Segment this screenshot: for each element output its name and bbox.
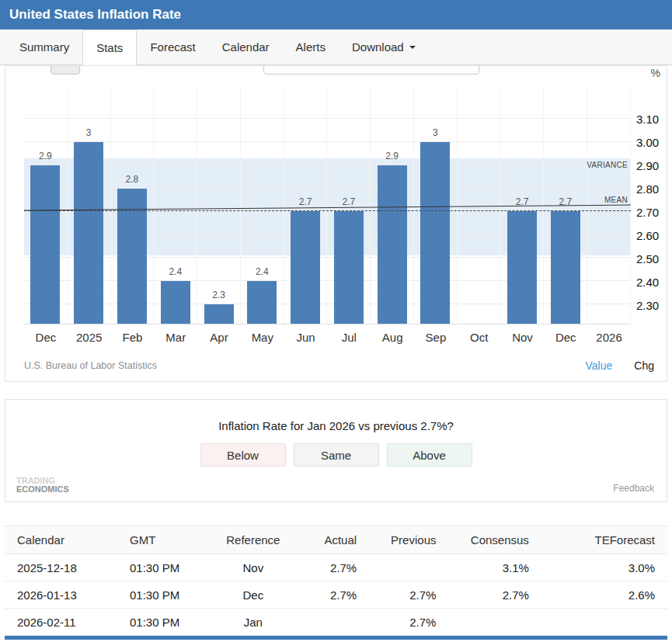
table-cell-previous: [369, 554, 448, 581]
tab-label: Alerts: [296, 40, 326, 54]
table-header-row: CalendarGMTReferenceActualPreviousConsen…: [5, 526, 667, 554]
table-row[interactable]: 2026-02-1101:30 PMJan2.7%: [5, 609, 667, 636]
bar-value-label: 2.7: [299, 196, 312, 207]
x-axis-label: Apr: [197, 331, 241, 344]
page-title: United States Inflation Rate: [9, 7, 181, 23]
tab-summary[interactable]: Summary: [6, 29, 82, 64]
bar-2025[interactable]: [74, 142, 103, 324]
cropped-date-range-control[interactable]: [263, 65, 479, 75]
y-axis-spacer: [631, 324, 667, 344]
bar-jun[interactable]: [291, 211, 320, 324]
table-cell-actual: 2.7%: [296, 554, 369, 581]
x-axis-label: Dec: [544, 331, 587, 344]
tab-calendar[interactable]: Calendar: [209, 29, 283, 64]
table-cell-previous: 2.7%: [369, 609, 448, 636]
x-axis-label: Jul: [327, 331, 371, 344]
table-cell-consensus: 2.7%: [448, 581, 541, 609]
table-cell-teforecast: 2.6%: [541, 581, 667, 609]
chart-slot: 3: [414, 85, 458, 324]
table-row[interactable]: 2025-12-1801:30 PMNov2.7%3.1%3.0%: [5, 554, 667, 581]
chart-source: U.S. Bureau of Labor Statistics: [24, 360, 157, 371]
table-cell-gmt: 01:30 PM: [117, 554, 210, 581]
x-axis-label: Feb: [111, 331, 155, 344]
chart-panel: VARIANCE MEAN 2.932.82.42.32.42.72.72.93…: [5, 65, 667, 382]
bar-value-label: 3: [86, 127, 92, 138]
poll-option-above[interactable]: Above: [387, 443, 472, 467]
column-header-previous: Previous: [369, 526, 448, 554]
y-axis-tick: 2.30: [636, 299, 659, 312]
feedback-link[interactable]: Feedback: [613, 483, 654, 494]
poll-question: Inflation Rate for Jan 2026 vs previous …: [5, 419, 667, 432]
bar-apr[interactable]: [204, 304, 234, 324]
caret-down-icon: [409, 46, 416, 49]
chart-slot: 2.7: [284, 85, 328, 324]
x-axis-label: 2025: [68, 331, 111, 344]
x-axis-label: Oct: [458, 331, 501, 344]
tab-download[interactable]: Download: [339, 29, 429, 64]
bar-mar[interactable]: [161, 281, 190, 324]
table-cell-teforecast: [541, 609, 667, 636]
x-axis-label: Aug: [371, 331, 414, 344]
poll-option-below[interactable]: Below: [200, 443, 286, 467]
column-header-gmt: GMT: [117, 526, 210, 554]
tab-alerts[interactable]: Alerts: [283, 29, 339, 64]
cropped-zoom-control[interactable]: [50, 65, 80, 75]
bar-nov[interactable]: [507, 211, 537, 324]
table-cell-calendar: 2026-02-11: [5, 609, 117, 636]
table-cell-reference: Dec: [210, 581, 296, 609]
chart-slot: 2.7: [327, 85, 371, 324]
y-axis: % 2.302.402.502.602.702.802.903.003.10: [631, 85, 667, 324]
watermark-line-2: ECONOMICS: [16, 485, 69, 494]
value-toggle[interactable]: Value: [586, 359, 613, 372]
y-axis-tick: 2.50: [636, 252, 659, 265]
page-title-bar: United States Inflation Rate: [0, 0, 672, 29]
y-axis-tick: 2.80: [636, 182, 659, 196]
y-axis-tick: 2.90: [636, 158, 659, 172]
bar-jul[interactable]: [334, 211, 364, 324]
x-axis-label: 2026: [587, 331, 631, 344]
chart-slot: 3: [68, 85, 111, 324]
bar-series: 2.932.82.42.32.42.72.72.932.72.7: [24, 85, 631, 324]
chart-plot: VARIANCE MEAN 2.932.82.42.32.42.72.72.93…: [24, 85, 631, 324]
x-axis-label: Dec: [24, 331, 68, 344]
bar-aug[interactable]: [378, 165, 407, 324]
table-cell-actual: [296, 609, 369, 636]
calendar-table: CalendarGMTReferenceActualPreviousConsen…: [5, 526, 667, 636]
bar-value-label: 2.9: [39, 151, 52, 161]
x-axis-label: Jun: [284, 331, 328, 344]
chart-toolbar-cropped: [5, 66, 667, 76]
bar-value-label: 2.4: [169, 266, 182, 277]
bar-dec[interactable]: [30, 165, 60, 324]
y-axis-tick: 3.00: [636, 135, 659, 148]
x-axis: Dec2025FebMarAprMayJunJulAugSepOctNovDec…: [24, 324, 631, 344]
bar-value-label: 2.3: [212, 290, 225, 300]
next-section-header-cropped: [5, 636, 667, 640]
table-cell-reference: Nov: [210, 554, 296, 581]
column-header-calendar: Calendar: [5, 526, 117, 554]
y-axis-tick: 2.60: [636, 229, 659, 242]
column-header-consensus: Consensus: [448, 526, 541, 554]
column-header-reference: Reference: [210, 526, 296, 554]
bar-sep[interactable]: [420, 142, 450, 324]
tab-label: Download: [352, 40, 404, 54]
tab-stats[interactable]: Stats: [82, 29, 137, 65]
chg-toggle[interactable]: Chg: [634, 359, 654, 372]
tab-bar: SummaryStatsForecastCalendarAlertsDownlo…: [0, 29, 672, 65]
table-cell-actual: 2.7%: [296, 581, 369, 609]
y-axis-tick: 2.40: [636, 276, 659, 289]
mean-label: MEAN: [604, 196, 628, 204]
bar-may[interactable]: [247, 281, 277, 324]
y-axis-tick: 3.10: [636, 112, 659, 125]
chart-slot: 2.7: [501, 85, 545, 324]
poll-panel: Inflation Rate for Jan 2026 vs previous …: [5, 399, 667, 502]
chart-slot: 2.8: [111, 85, 155, 324]
x-axis-label: Sep: [414, 331, 458, 344]
poll-option-same[interactable]: Same: [294, 443, 379, 467]
table-row[interactable]: 2026-01-1301:30 PMDec2.7%2.7%2.7%2.6%: [5, 581, 667, 609]
bar-dec[interactable]: [551, 211, 580, 324]
table-cell-calendar: 2025-12-18: [5, 554, 117, 581]
table-cell-consensus: 3.1%: [448, 554, 541, 581]
x-axis-label: Mar: [154, 331, 197, 344]
tab-forecast[interactable]: Forecast: [137, 29, 208, 64]
bar-value-label: 2.7: [343, 196, 356, 207]
